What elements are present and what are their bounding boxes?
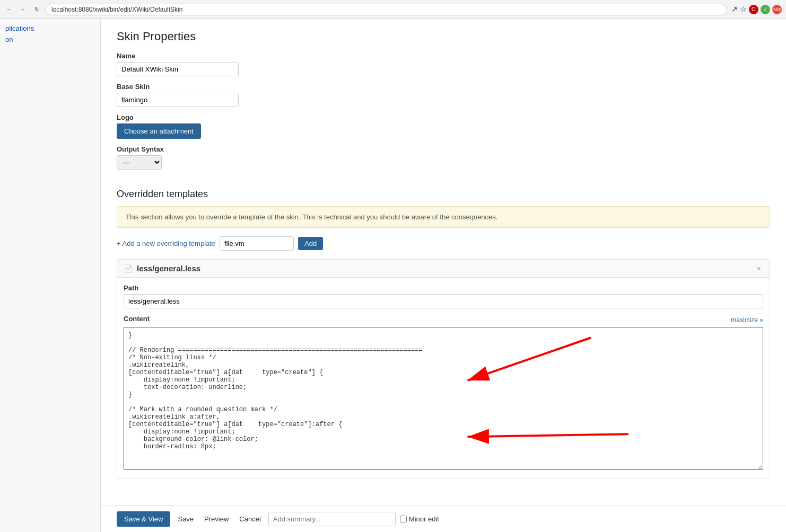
summary-input[interactable] bbox=[268, 512, 396, 526]
save-view-button[interactable]: Save & View bbox=[117, 511, 170, 527]
name-input[interactable] bbox=[117, 62, 239, 76]
sidebar-link-on[interactable]: on bbox=[5, 36, 95, 43]
browser-extension-icons: ↗ ☆ O ✓ ABP bbox=[731, 5, 782, 14]
browser-bar: ← → ↻ ↗ ☆ O ✓ ABP bbox=[0, 0, 786, 19]
save-button[interactable]: Save bbox=[174, 513, 197, 525]
info-box: This section allows you to override a te… bbox=[117, 206, 770, 228]
add-template-row: Add a new overriding template Add bbox=[117, 236, 770, 251]
minor-edit-checkbox[interactable] bbox=[400, 516, 407, 522]
content-label-row: Content maximize » bbox=[124, 315, 763, 325]
template-filename-input[interactable] bbox=[220, 236, 294, 251]
add-button[interactable]: Add bbox=[298, 237, 323, 250]
reload-icon[interactable]: ↻ bbox=[32, 5, 41, 14]
main-wrapper: Skin Properties Name Base Skin Logo Choo… bbox=[101, 19, 786, 532]
forward-icon[interactable]: → bbox=[18, 5, 28, 14]
path-label: Path bbox=[124, 284, 763, 292]
template-filename: less/general.less bbox=[137, 264, 200, 273]
base-skin-label: Base Skin bbox=[117, 83, 770, 91]
url-bar[interactable] bbox=[46, 4, 727, 15]
file-icon: 📄 bbox=[124, 264, 133, 273]
minor-edit-text: Minor edit bbox=[409, 515, 439, 523]
output-syntax-select[interactable]: --- bbox=[117, 155, 162, 170]
page-title: Skin Properties bbox=[117, 30, 770, 43]
code-editor[interactable]: } // Rendering =========================… bbox=[124, 327, 763, 470]
content-label: Content bbox=[124, 315, 150, 323]
main-content: Skin Properties Name Base Skin Logo Choo… bbox=[101, 19, 786, 498]
template-body: Path Content maximize » } // Rendering =… bbox=[117, 278, 770, 478]
template-section: 📄 less/general.less × Path Content maxim… bbox=[117, 259, 770, 478]
add-template-link[interactable]: Add a new overriding template bbox=[117, 240, 215, 247]
code-editor-wrapper: } // Rendering =========================… bbox=[124, 327, 763, 472]
template-header: 📄 less/general.less × bbox=[117, 260, 770, 278]
base-skin-input[interactable] bbox=[117, 93, 239, 107]
bottom-bar: Save & View Save Preview Cancel Minor ed… bbox=[101, 506, 786, 532]
overridden-templates-title: Overridden templates bbox=[117, 189, 770, 200]
maximize-link[interactable]: maximize » bbox=[731, 316, 763, 324]
name-label: Name bbox=[117, 52, 770, 60]
close-template-button[interactable]: × bbox=[755, 264, 763, 273]
output-syntax-label: Output Syntax bbox=[117, 145, 770, 153]
cancel-button[interactable]: Cancel bbox=[236, 513, 264, 525]
sidebar-link-applications[interactable]: plications bbox=[5, 24, 95, 32]
logo-label: Logo bbox=[117, 113, 770, 121]
preview-button[interactable]: Preview bbox=[201, 513, 232, 525]
choose-attachment-button[interactable]: Choose an attachment bbox=[117, 123, 201, 139]
template-title: 📄 less/general.less bbox=[124, 264, 200, 273]
minor-edit-label[interactable]: Minor edit bbox=[400, 515, 439, 523]
path-input[interactable] bbox=[124, 294, 763, 308]
back-icon[interactable]: ← bbox=[4, 5, 14, 14]
sidebar: plications on bbox=[0, 19, 101, 532]
